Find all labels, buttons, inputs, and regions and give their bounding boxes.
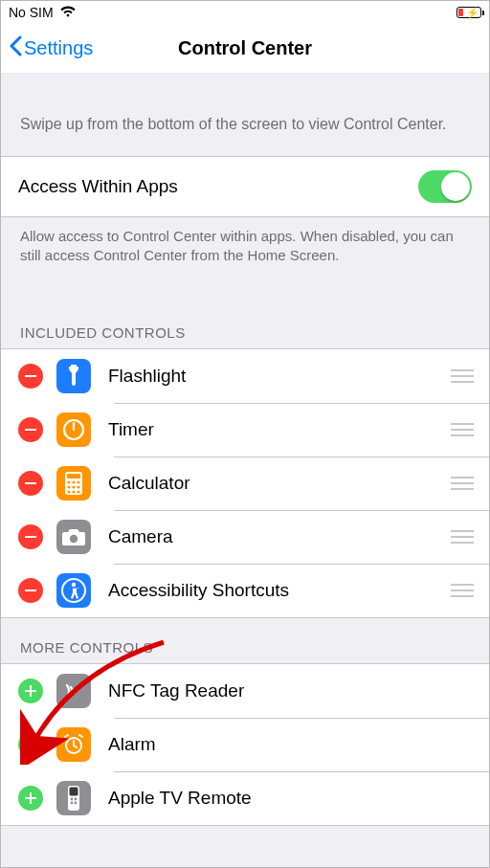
reorder-handle-icon[interactable] — [447, 530, 476, 544]
chevron-left-icon — [9, 35, 22, 61]
row-timer[interactable]: Timer — [1, 403, 489, 456]
row-label: Camera — [108, 526, 447, 547]
svg-point-4 — [67, 480, 70, 483]
row-label: NFC Tag Reader — [108, 680, 476, 701]
wifi-icon — [59, 5, 77, 21]
row-calculator[interactable]: Calculator — [1, 456, 489, 510]
more-controls-header: MORE CONTROLS — [1, 618, 489, 663]
row-label: Accessibility Shortcuts — [108, 580, 447, 601]
svg-point-8 — [72, 485, 75, 488]
row-apple-tv-remote[interactable]: Apple TV Remote — [1, 771, 489, 825]
nfc-icon — [56, 674, 91, 708]
add-button[interactable] — [18, 679, 43, 703]
svg-rect-3 — [67, 474, 80, 479]
row-accessibility-shortcuts[interactable]: Accessibility Shortcuts — [1, 564, 489, 617]
status-bar: No SIM ⚡ — [1, 1, 489, 24]
alarm-icon — [56, 727, 91, 762]
row-label: Timer — [108, 419, 447, 440]
row-label: Calculator — [108, 473, 447, 494]
remove-button[interactable] — [18, 524, 43, 549]
remove-button[interactable] — [18, 364, 43, 389]
reorder-handle-icon[interactable] — [447, 477, 476, 490]
svg-point-23 — [75, 802, 78, 805]
row-camera[interactable]: Camera — [1, 510, 489, 564]
access-within-apps-row: Access Within Apps — [1, 156, 489, 217]
svg-rect-0 — [71, 365, 77, 367]
calculator-icon — [56, 466, 91, 501]
hint-text: Swipe up from the bottom of the screen t… — [1, 74, 489, 156]
add-button[interactable] — [18, 732, 43, 757]
svg-rect-19 — [70, 788, 78, 796]
svg-point-9 — [77, 485, 79, 488]
add-button[interactable] — [18, 786, 43, 811]
row-flashlight[interactable]: Flashlight — [1, 349, 489, 403]
row-alarm[interactable]: Alarm — [1, 718, 489, 771]
reorder-handle-icon[interactable] — [447, 423, 476, 436]
svg-point-7 — [67, 485, 70, 488]
apple-tv-remote-icon — [56, 781, 91, 815]
svg-point-20 — [71, 798, 74, 801]
row-label: Flashlight — [108, 366, 447, 387]
svg-point-6 — [77, 480, 79, 483]
row-nfc-tag-reader[interactable]: NFC Tag Reader — [1, 664, 489, 718]
svg-point-10 — [67, 490, 70, 493]
carrier-text: No SIM — [9, 5, 54, 20]
row-label: Alarm — [108, 734, 476, 755]
accessibility-icon — [56, 573, 91, 608]
svg-point-12 — [77, 490, 79, 493]
svg-point-5 — [72, 480, 75, 483]
back-label: Settings — [24, 37, 93, 59]
reorder-handle-icon[interactable] — [447, 369, 476, 383]
svg-point-13 — [70, 535, 78, 543]
remove-button[interactable] — [18, 417, 43, 442]
access-within-apps-switch[interactable] — [418, 170, 472, 203]
nav-bar: Settings Control Center — [1, 24, 489, 74]
more-controls-list: NFC Tag Reader Alarm Apple TV Remote — [1, 663, 489, 826]
svg-point-22 — [71, 802, 74, 805]
back-button[interactable]: Settings — [1, 35, 93, 61]
access-within-apps-label: Access Within Apps — [18, 176, 178, 197]
timer-icon — [56, 412, 91, 447]
flashlight-icon — [56, 359, 91, 393]
footnote-text: Allow access to Control Center within ap… — [1, 217, 489, 304]
svg-point-21 — [75, 798, 78, 801]
camera-icon — [56, 520, 91, 554]
included-controls-header: INCLUDED CONTROLS — [1, 303, 489, 348]
battery-icon: ⚡ — [457, 7, 481, 18]
remove-button[interactable] — [18, 578, 43, 603]
row-label: Apple TV Remote — [108, 788, 476, 809]
included-controls-list: Flashlight Timer Calculator — [1, 348, 489, 618]
reorder-handle-icon[interactable] — [447, 584, 476, 597]
remove-button[interactable] — [18, 471, 43, 496]
svg-point-11 — [72, 490, 75, 493]
svg-point-15 — [72, 583, 76, 587]
